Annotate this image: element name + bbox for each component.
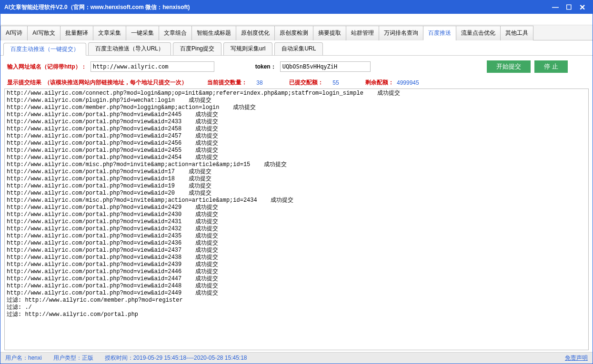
close-button[interactable]: ✕ <box>575 2 589 12</box>
log-line: http://www.ailyric.com/portal.php?mod=vi… <box>7 190 586 197</box>
sub-tab-1[interactable]: 百度主动推送（导入URL） <box>88 42 171 55</box>
toolbar-spacer <box>0 14 593 25</box>
main-tab-4[interactable]: 一键采集 <box>126 26 159 40</box>
log-line: http://www.ailyric.com/portal.php?mod=vi… <box>7 133 586 140</box>
log-line: http://www.ailyric.com/portal.php?mod=vi… <box>7 204 586 211</box>
log-line: http://www.ailyric.com/portal.php?mod=vi… <box>7 290 586 297</box>
log-line: http://www.ailyric.com/portal.php?mod=vi… <box>7 247 586 254</box>
main-tab-5[interactable]: 文章组合 <box>159 26 192 40</box>
log-line: 过滤: http://www.ailyric.com/portal.php <box>7 311 586 318</box>
remain-quota-value: 4999945 <box>397 79 419 86</box>
main-tab-8[interactable]: 原创度检测 <box>274 26 313 40</box>
maximize-button[interactable]: ☐ <box>562 2 575 12</box>
main-tab-3[interactable]: 文章采集 <box>93 26 126 40</box>
sub-tab-2[interactable]: 百度Ping提交 <box>173 42 221 55</box>
main-tab-12[interactable]: 百度推送 <box>423 26 456 40</box>
domain-label: 输入网址域名（记得带http）： <box>7 63 87 71</box>
log-line: 过滤: ./ <box>7 304 586 311</box>
stop-button[interactable]: 停 止 <box>534 60 568 73</box>
status-bar: 用户名：henxi 用户类型：正版 授权时间：2019-05-29 15:45:… <box>0 352 593 364</box>
start-submit-button[interactable]: 开始提交 <box>487 60 531 73</box>
log-line: http://www.ailyric.com/portal.php?mod=vi… <box>7 261 586 268</box>
input-row: 输入网址域名（记得带http）： token： 开始提交 停 止 <box>0 56 593 78</box>
log-line: http://www.ailyric.com/portal.php?mod=vi… <box>7 154 586 161</box>
log-line: http://www.ailyric.com/portal.php?mod=vi… <box>7 140 586 147</box>
current-count-label: 当前提交数量： <box>207 79 247 87</box>
log-line: http://www.ailyric.com/member.php?mod=lo… <box>7 104 586 111</box>
footer-auth: 授权时间：2019-05-29 15:45:18----2020-05-28 1… <box>105 354 247 362</box>
status-row: 显示提交结果 （该模块推送网站内部链接地址，每个地址只提交一次） 当前提交数量：… <box>0 78 593 89</box>
log-line: http://www.ailyric.com/portal.php?mod=vi… <box>7 176 586 183</box>
token-input[interactable] <box>280 61 371 72</box>
log-line: http://www.ailyric.com/connect.php?mod=l… <box>7 90 586 97</box>
log-line: http://www.ailyric.com/portal.php?mod=vi… <box>7 126 586 133</box>
log-line: http://www.ailyric.com/portal.php?mod=vi… <box>7 118 586 126</box>
log-line: http://www.ailyric.com/portal.php?mod=vi… <box>7 218 586 226</box>
main-tab-2[interactable]: 批量翻译 <box>60 26 93 40</box>
current-count-value: 38 <box>250 79 269 86</box>
main-tab-9[interactable]: 摘要提取 <box>313 26 346 40</box>
log-line: http://www.ailyric.com/plugin.php?id=wec… <box>7 97 586 104</box>
log-line: http://www.ailyric.com/portal.php?mod=vi… <box>7 275 586 283</box>
log-line: http://www.ailyric.com/misc.php?mod=invi… <box>7 197 586 204</box>
result-note: （该模块推送网站内部链接地址，每个地址只提交一次） <box>44 79 187 87</box>
log-line: http://www.ailyric.com/portal.php?mod=vi… <box>7 168 586 176</box>
log-line: http://www.ailyric.com/portal.php?mod=vi… <box>7 268 586 275</box>
domain-input[interactable] <box>90 61 214 72</box>
main-tab-10[interactable]: 站群管理 <box>346 26 379 40</box>
submitted-quota-label: 已提交配额： <box>289 79 323 87</box>
token-label: token： <box>255 63 276 71</box>
footer-user: 用户名：henxi <box>5 354 42 362</box>
result-label: 显示提交结果 <box>7 79 41 87</box>
sub-tab-0[interactable]: 百度主动推送（一键提交） <box>3 43 86 56</box>
log-line: http://www.ailyric.com/portal.php?mod=vi… <box>7 111 586 118</box>
disclaimer-link[interactable]: 免责声明 <box>565 354 588 362</box>
sub-tab-4[interactable]: 自动采集URL <box>274 42 323 55</box>
window-title: AI文章智能处理软件V2.0（官网：www.henxisoft.com 微信：h… <box>4 3 549 11</box>
titlebar[interactable]: AI文章智能处理软件V2.0（官网：www.henxisoft.com 微信：h… <box>0 0 593 14</box>
log-line: http://www.ailyric.com/portal.php?mod=vi… <box>7 183 586 190</box>
main-tab-1[interactable]: AI写散文 <box>27 26 60 40</box>
log-textarea[interactable]: http://www.ailyric.com/connect.php?mod=l… <box>5 89 588 350</box>
log-panel: http://www.ailyric.com/connect.php?mod=l… <box>4 89 589 350</box>
footer-type: 用户类型：正版 <box>53 354 93 362</box>
log-line: 过滤: http://www.ailyric.com/member.php?mo… <box>7 297 586 304</box>
sub-tab-3[interactable]: 写规则采集url <box>223 42 272 55</box>
submitted-quota-value: 55 <box>326 79 345 86</box>
main-tab-0[interactable]: AI写诗 <box>0 26 28 40</box>
log-line: http://www.ailyric.com/portal.php?mod=vi… <box>7 147 586 154</box>
log-line: http://www.ailyric.com/misc.php?mod=invi… <box>7 161 586 168</box>
remain-quota-label: 剩余配额： <box>365 79 394 87</box>
sub-tab-bar: 百度主动推送（一键提交）百度主动推送（导入URL）百度Ping提交写规则采集ur… <box>0 40 593 56</box>
log-line: http://www.ailyric.com/portal.php?mod=vi… <box>7 240 586 247</box>
main-tab-6[interactable]: 智能生成标题 <box>191 26 236 40</box>
minimize-button[interactable]: — <box>549 2 562 12</box>
main-tab-7[interactable]: 原创度优化 <box>236 26 275 40</box>
log-line: http://www.ailyric.com/portal.php?mod=vi… <box>7 211 586 218</box>
log-line: http://www.ailyric.com/portal.php?mod=vi… <box>7 254 586 261</box>
main-tab-13[interactable]: 流量点击优化 <box>456 26 501 40</box>
log-line: http://www.ailyric.com/portal.php?mod=vi… <box>7 283 586 290</box>
main-tab-11[interactable]: 万词排名查询 <box>379 26 423 40</box>
main-tab-bar: AI写诗AI写散文批量翻译文章采集一键采集文章组合智能生成标题原创度优化原创度检… <box>0 25 593 40</box>
main-tab-14[interactable]: 其他工具 <box>500 26 533 40</box>
log-line: http://www.ailyric.com/portal.php?mod=vi… <box>7 226 586 233</box>
log-line: http://www.ailyric.com/portal.php?mod=vi… <box>7 233 586 240</box>
app-window: AI文章智能处理软件V2.0（官网：www.henxisoft.com 微信：h… <box>0 0 593 364</box>
